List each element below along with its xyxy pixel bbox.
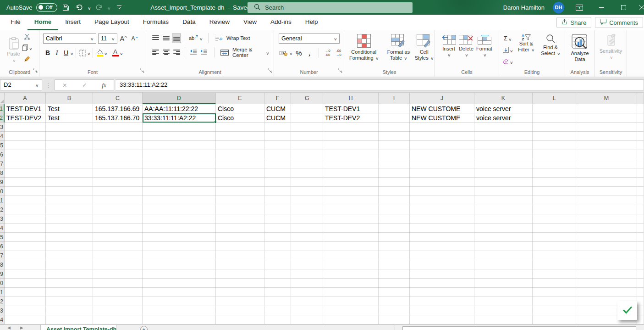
- cell-L24[interactable]: [533, 315, 576, 324]
- row-header-4[interactable]: 4: [0, 132, 5, 141]
- borders-chevron-icon[interactable]: [88, 49, 90, 57]
- cell-D10[interactable]: [143, 187, 216, 196]
- cell-C18[interactable]: [93, 260, 143, 269]
- tab-formulas[interactable]: Formulas: [136, 15, 176, 30]
- cell-B18[interactable]: [46, 260, 93, 269]
- column-header-M[interactable]: M: [576, 93, 637, 104]
- cell-G16[interactable]: [291, 242, 323, 251]
- cell-K4[interactable]: [474, 132, 533, 141]
- cell-K13[interactable]: [474, 214, 533, 224]
- row-header-22[interactable]: 22: [0, 297, 5, 306]
- cell-F17[interactable]: [264, 251, 291, 260]
- cell-partial-7[interactable]: [637, 159, 644, 168]
- cell-D3[interactable]: [143, 123, 216, 132]
- cell-H21[interactable]: [323, 288, 379, 297]
- cell-D19[interactable]: [143, 269, 216, 279]
- row-header-17[interactable]: 17: [0, 251, 5, 260]
- row-header-6[interactable]: 6: [0, 150, 5, 159]
- cell-C17[interactable]: [93, 251, 143, 260]
- cell-E20[interactable]: [216, 279, 264, 288]
- cell-L1[interactable]: [533, 104, 576, 113]
- cell-M16[interactable]: [576, 242, 637, 251]
- find-select-button[interactable]: Find & Select: [539, 33, 561, 57]
- insert-cells-button[interactable]: Insert: [441, 34, 456, 58]
- cell-D6[interactable]: [143, 150, 216, 159]
- cell-B14[interactable]: [46, 224, 93, 233]
- cell-K3[interactable]: [474, 123, 533, 132]
- cell-I16[interactable]: [379, 242, 410, 251]
- row-header-2[interactable]: 2: [0, 113, 5, 123]
- cell-K10[interactable]: [474, 187, 533, 196]
- align-center-icon[interactable]: [161, 48, 171, 57]
- cell-E17[interactable]: [216, 251, 264, 260]
- cell-A10[interactable]: [5, 187, 46, 196]
- row-header-1[interactable]: 1: [0, 104, 5, 113]
- cell-L2[interactable]: [533, 113, 576, 123]
- cell-H17[interactable]: [323, 251, 379, 260]
- column-header-K[interactable]: K: [474, 93, 533, 104]
- cell-L19[interactable]: [533, 269, 576, 279]
- cell-A4[interactable]: [5, 132, 46, 141]
- cell-I10[interactable]: [379, 187, 410, 196]
- align-right-icon[interactable]: [172, 48, 181, 57]
- column-header-partial[interactable]: [637, 93, 644, 104]
- cell-K20[interactable]: [474, 279, 533, 288]
- cell-G4[interactable]: [291, 132, 323, 141]
- cell-F15[interactable]: [264, 233, 291, 242]
- cell-H11[interactable]: [323, 196, 379, 205]
- cell-L10[interactable]: [533, 187, 576, 196]
- column-header-B[interactable]: B: [46, 93, 93, 104]
- cell-K6[interactable]: [474, 150, 533, 159]
- analyze-data-button[interactable]: Analyze Data: [567, 33, 593, 63]
- column-header-J[interactable]: J: [410, 93, 474, 104]
- column-header-D[interactable]: D: [143, 93, 216, 104]
- row-header-12[interactable]: 12: [0, 205, 5, 214]
- user-name[interactable]: Daron Hamilton: [503, 4, 545, 11]
- column-header-E[interactable]: E: [216, 93, 264, 104]
- cell-K5[interactable]: [474, 141, 533, 150]
- cell-G3[interactable]: [291, 123, 323, 132]
- cell-A19[interactable]: [5, 269, 46, 279]
- cell-J14[interactable]: [410, 224, 474, 233]
- increase-decimal-icon[interactable]: ←0.00: [323, 48, 332, 58]
- cell-I9[interactable]: [379, 178, 410, 187]
- cell-J4[interactable]: [410, 132, 474, 141]
- cell-E22[interactable]: [216, 297, 264, 306]
- cell-J9[interactable]: [410, 178, 474, 187]
- cell-D8[interactable]: [143, 168, 216, 178]
- cell-F4[interactable]: [264, 132, 291, 141]
- cell-B22[interactable]: [46, 297, 93, 306]
- cell-I5[interactable]: [379, 141, 410, 150]
- autosum-icon[interactable]: Σ: [502, 34, 513, 43]
- cell-J3[interactable]: [410, 123, 474, 132]
- column-header-C[interactable]: C: [93, 93, 143, 104]
- cell-M8[interactable]: [576, 168, 637, 178]
- cell-D18[interactable]: [143, 260, 216, 269]
- cell-F13[interactable]: [264, 214, 291, 224]
- document-title[interactable]: Asset_Import_Template-dh - Saved: [150, 4, 256, 11]
- cell-B3[interactable]: [46, 123, 93, 132]
- cell-H13[interactable]: [323, 214, 379, 224]
- cell-H2[interactable]: TEST-DEV2: [323, 113, 379, 123]
- cell-D5[interactable]: [143, 141, 216, 150]
- cell-I11[interactable]: [379, 196, 410, 205]
- cell-E12[interactable]: [216, 205, 264, 214]
- cell-A24[interactable]: [5, 315, 46, 324]
- cell-K9[interactable]: [474, 178, 533, 187]
- column-header-F[interactable]: F: [264, 93, 291, 104]
- middle-align-icon[interactable]: [161, 34, 171, 43]
- cell-F14[interactable]: [264, 224, 291, 233]
- cell-J12[interactable]: [410, 205, 474, 214]
- font-color-icon[interactable]: A: [111, 48, 120, 58]
- cell-B2[interactable]: Test: [46, 113, 93, 123]
- cell-H15[interactable]: [323, 233, 379, 242]
- cell-B24[interactable]: [46, 315, 93, 324]
- sort-filter-button[interactable]: AZ Sort & Filter: [515, 33, 537, 53]
- cell-partial-10[interactable]: [637, 187, 644, 196]
- cell-E7[interactable]: [216, 159, 264, 168]
- cell-I23[interactable]: [379, 306, 410, 315]
- cell-E14[interactable]: [216, 224, 264, 233]
- cell-A17[interactable]: [5, 251, 46, 260]
- cell-partial-16[interactable]: [637, 242, 644, 251]
- cell-F22[interactable]: [264, 297, 291, 306]
